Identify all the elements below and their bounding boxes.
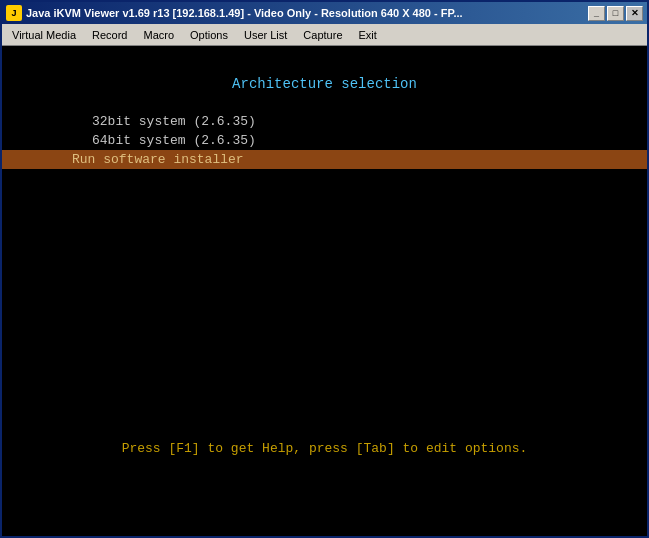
menu-exit[interactable]: Exit — [351, 27, 385, 43]
arch-selection-title: Architecture selection — [22, 76, 627, 92]
app-icon: J — [6, 5, 22, 21]
window-title: Java iKVM Viewer v1.69 r13 [192.168.1.49… — [26, 7, 584, 19]
kvm-display: Architecture selection 32bit system (2.6… — [2, 46, 647, 536]
menu-capture[interactable]: Capture — [295, 27, 350, 43]
option-run-installer[interactable]: Run software installer — [2, 150, 647, 169]
title-bar: J Java iKVM Viewer v1.69 r13 [192.168.1.… — [2, 2, 647, 24]
menu-record[interactable]: Record — [84, 27, 135, 43]
option-32bit[interactable]: 32bit system (2.6.35) — [22, 112, 627, 131]
help-text: Press [F1] to get Help, press [Tab] to e… — [2, 441, 647, 456]
minimize-button[interactable]: _ — [588, 6, 605, 21]
option-64bit[interactable]: 64bit system (2.6.35) — [22, 131, 627, 150]
menu-virtual-media[interactable]: Virtual Media — [4, 27, 84, 43]
menu-macro[interactable]: Macro — [135, 27, 182, 43]
main-window: J Java iKVM Viewer v1.69 r13 [192.168.1.… — [0, 0, 649, 538]
window-controls: _ □ ✕ — [588, 6, 643, 21]
close-button[interactable]: ✕ — [626, 6, 643, 21]
menu-options[interactable]: Options — [182, 27, 236, 43]
maximize-button[interactable]: □ — [607, 6, 624, 21]
menu-bar: Virtual Media Record Macro Options User … — [2, 24, 647, 46]
menu-user-list[interactable]: User List — [236, 27, 295, 43]
